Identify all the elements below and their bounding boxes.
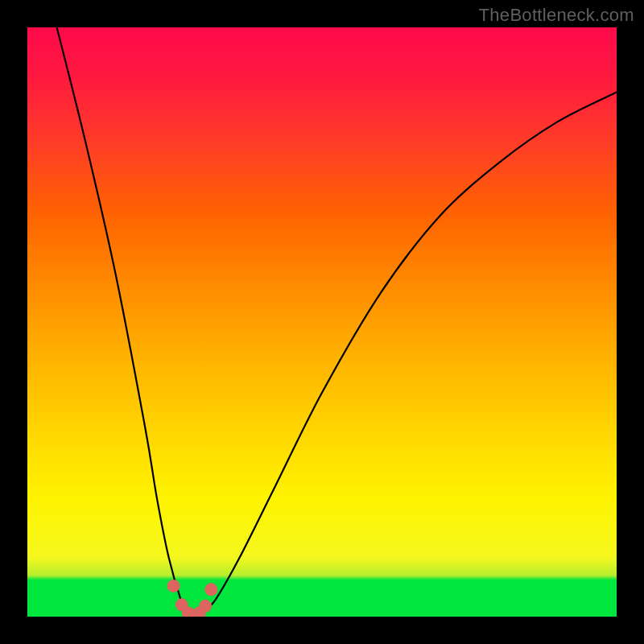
- bottleneck-curve: [57, 27, 617, 617]
- min-region-dots: [167, 580, 218, 617]
- dot: [204, 583, 217, 596]
- dot: [175, 598, 188, 611]
- dot: [182, 607, 195, 617]
- dot: [167, 580, 180, 592]
- dot: [199, 600, 212, 613]
- chart-frame: TheBottleneck.com: [0, 0, 644, 644]
- dot: [193, 607, 206, 617]
- curve-svg: [27, 27, 617, 617]
- dot: [188, 609, 200, 617]
- watermark: TheBottleneck.com: [479, 5, 634, 26]
- plot-area: [27, 27, 617, 617]
